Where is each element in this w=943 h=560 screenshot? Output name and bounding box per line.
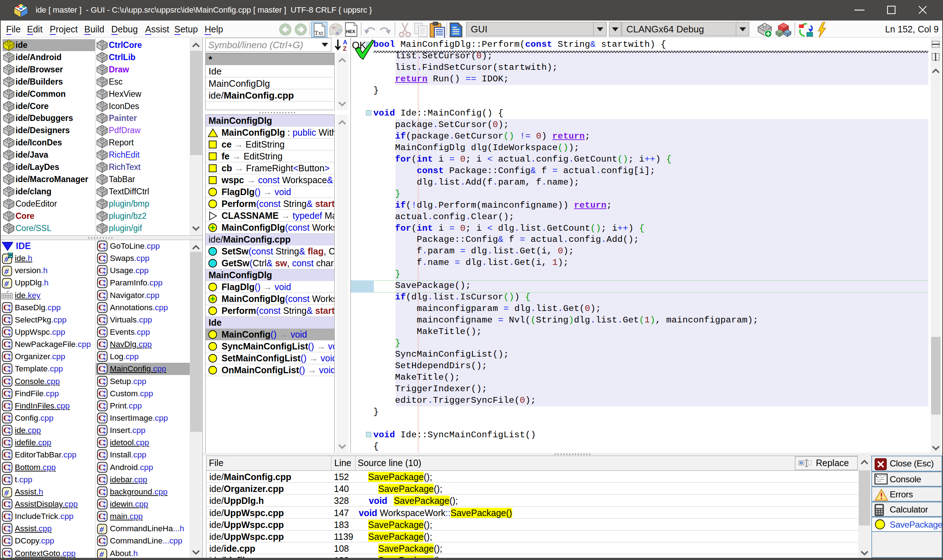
svg-text:Z: Z [343, 45, 347, 52]
svg-text:+: + [8, 454, 11, 460]
svg-text:+: + [103, 478, 106, 485]
svg-text:+: + [103, 331, 106, 337]
svg-text:A: A [343, 39, 347, 46]
svg-text:+: + [103, 454, 106, 460]
svg-text:+: + [103, 380, 106, 386]
svg-text:P: P [9, 253, 12, 258]
svg-text:#: # [4, 488, 9, 497]
svg-text:+: + [103, 430, 106, 435]
svg-text:+: + [103, 503, 106, 509]
svg-text:+: + [103, 393, 106, 398]
svg-text:+: + [8, 380, 11, 386]
svg-text:#: # [99, 549, 104, 558]
svg-text:+: + [8, 516, 11, 522]
svg-text:+: + [103, 368, 106, 374]
svg-text:+: + [103, 442, 106, 448]
svg-text:+: + [103, 319, 106, 325]
svg-text:+: + [8, 417, 11, 423]
svg-text:+: + [103, 270, 106, 276]
svg-text:+: + [8, 430, 11, 435]
svg-text:+: + [8, 405, 11, 411]
svg-text:+: + [8, 356, 11, 362]
svg-text:+: + [8, 344, 11, 349]
svg-text:+: + [8, 528, 11, 534]
svg-text:+: + [8, 478, 11, 485]
svg-text:+: + [8, 331, 11, 337]
svg-text:+: + [103, 491, 106, 497]
svg-text:+: + [8, 319, 11, 325]
svg-text:+: + [103, 405, 106, 411]
svg-text:#: # [99, 525, 104, 534]
svg-text:+: + [103, 417, 106, 423]
svg-text:+: + [103, 294, 106, 300]
svg-text:Txt: Txt [315, 29, 323, 36]
svg-text:+: + [103, 466, 106, 472]
svg-text:+: + [103, 282, 106, 288]
svg-text:+: + [8, 503, 11, 509]
svg-text:HEX: HEX [346, 29, 355, 34]
svg-text:+: + [103, 540, 106, 546]
svg-text:+: + [8, 368, 11, 374]
svg-text:+: + [8, 442, 11, 448]
svg-text:+: + [8, 466, 11, 472]
svg-text:#: # [4, 267, 9, 276]
svg-text:#: # [4, 279, 9, 288]
svg-text:+: + [8, 552, 11, 558]
svg-text:+: + [103, 307, 106, 312]
svg-text:+: + [103, 245, 106, 251]
svg-text:+: + [8, 540, 11, 546]
svg-text:+: + [8, 307, 11, 312]
svg-text:+: + [103, 258, 106, 263]
svg-text:+: + [103, 344, 106, 349]
svg-text:+: + [103, 356, 106, 362]
svg-text:+: + [103, 516, 106, 522]
svg-text:+: + [8, 393, 11, 398]
